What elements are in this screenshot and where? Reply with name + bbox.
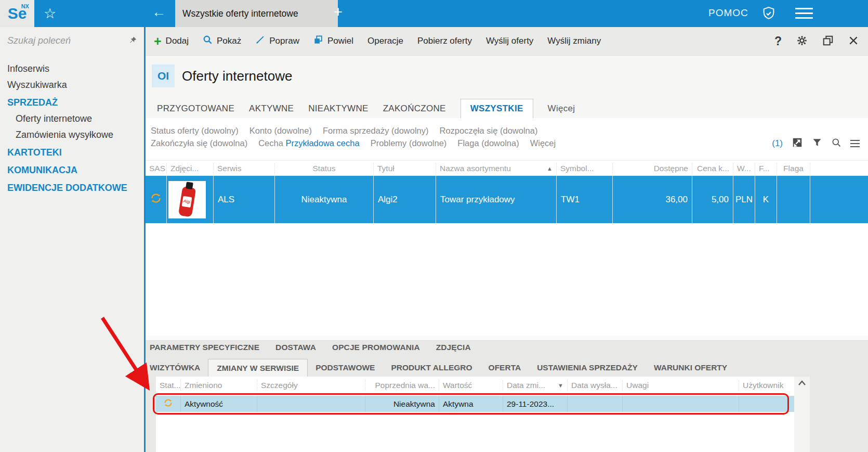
sidebar-item-wyszukiwarka[interactable]: Wyszukiwarka (0, 77, 144, 93)
col-serwis[interactable]: Serwis (214, 163, 275, 174)
duplicate-button[interactable]: Powiel (313, 35, 353, 47)
filter-cecha-value[interactable]: Przykładowa cecha (285, 138, 359, 148)
filter-flaga[interactable]: Flaga (dowolna) (457, 138, 519, 148)
send-offers-button[interactable]: Wyślij oferty (486, 36, 533, 46)
ccol-data-zmiany[interactable]: Data zmi...▼ (503, 380, 568, 391)
sidebar-item-oferty-internetowe[interactable]: Oferty internetowe (0, 111, 144, 127)
page-title: Oferty internetowe (182, 68, 292, 84)
col-flaga[interactable]: Flaga (777, 163, 810, 174)
tab-przygotowane[interactable]: PRZYGOTOWANE (157, 104, 234, 114)
sidebar-item-zamowienia-wysylkowe[interactable]: Zamówienia wysyłkowe (0, 127, 144, 143)
settings-gear-icon[interactable] (796, 35, 808, 48)
changes-grid-scrollbar[interactable] (794, 377, 810, 452)
new-tab-icon[interactable]: + (334, 4, 343, 21)
dtab-dostawa[interactable]: DOSTAWA (275, 343, 316, 352)
ccol-uwagi[interactable]: Uwagi (623, 380, 739, 391)
ccol-szczegoly[interactable]: Szczegóły (257, 380, 365, 391)
tab-aktywne[interactable]: AKTYWNE (249, 104, 294, 114)
command-search[interactable] (0, 27, 144, 55)
view-tabs: PRZYGOTOWANE AKTYWNE NIEAKTYWNE ZAKOŃCZO… (146, 99, 868, 118)
dtab-parametry-specyficzne[interactable]: PARAMETRY SPECYFICZNE (150, 343, 259, 352)
tab-zakonczone[interactable]: ZAKOŃCZONE (383, 104, 446, 114)
dtab-opcje-promowania[interactable]: OPCJE PROMOWANIA (332, 343, 420, 352)
offer-row-selected[interactable]: Algi ALS Nieaktywna Algi2 Towar przykład… (146, 176, 868, 223)
menu-icon[interactable] (795, 8, 813, 19)
sidebar-item-infoserwis[interactable]: Infoserwis (0, 61, 144, 77)
sidebar-section-ewidencje-dodatkowe[interactable]: EWIDENCJE DODATKOWE (0, 178, 144, 196)
sidebar-section-sprzedaz[interactable]: SPRZEDAŻ (0, 93, 144, 111)
help-icon[interactable]: ? (774, 34, 782, 48)
tab-wszystkie[interactable]: WSZYSTKIE (461, 99, 533, 118)
filter-cecha[interactable]: Cecha Przykładowa cecha (258, 138, 359, 148)
ccol-stat[interactable]: Stat... (156, 380, 181, 391)
col-tytul[interactable]: Tytuł (374, 163, 436, 174)
tab-nieaktywne[interactable]: NIEAKTYWNE (308, 104, 368, 114)
col-nazwa-asortymentu[interactable]: Nazwa asortymentu▲ (436, 163, 557, 174)
app-logo[interactable]: SeNX (0, 0, 34, 27)
edit-button[interactable]: Popraw (255, 35, 299, 47)
filter-rozpoczela[interactable]: Rozpoczęła się (dowolna) (440, 126, 538, 136)
dtab-ustawienia-sprzedazy[interactable]: USTAWIENIA SPRZEDAŻY (537, 363, 638, 372)
change-data-zmiany-cell: 29-11-2023... (503, 396, 568, 412)
dtab-produkt-allegro[interactable]: PRODUKT ALLEGRO (391, 363, 472, 372)
filter-more[interactable]: Więcej (530, 138, 556, 148)
star-icon[interactable]: ☆ (44, 5, 56, 22)
dtab-zdjecia[interactable]: ZDJĘCIA (436, 343, 471, 352)
filter-status[interactable]: Status oferty (dowolny) (151, 126, 239, 136)
detail-panel: PARAMETRY SPECYFICZNE DOSTAWA OPCJE PROM… (146, 335, 868, 452)
sort-asc-icon: ▲ (547, 165, 553, 172)
dtab-warunki-oferty[interactable]: WARUNKI OFERTY (654, 363, 727, 372)
panel-splitter[interactable] (146, 335, 868, 341)
grid-menu-icon[interactable] (850, 140, 860, 147)
shield-check-icon[interactable] (761, 6, 777, 23)
ccol-data-wyslania[interactable]: Data wysła... (568, 380, 623, 391)
col-dostepne[interactable]: Dostępne (613, 163, 692, 174)
dtab-podstawowe[interactable]: PODSTAWOWE (315, 363, 375, 372)
export-icon[interactable] (792, 137, 803, 150)
help-menu[interactable]: POMOC (708, 7, 748, 19)
close-icon[interactable] (848, 35, 859, 48)
fetch-offers-button[interactable]: Pobierz oferty (417, 36, 472, 46)
dtab-wizytowka[interactable]: WIZYTÓWKA (150, 363, 200, 372)
filter-konto[interactable]: Konto (dowolne) (249, 126, 312, 136)
pin-icon[interactable] (128, 35, 138, 47)
filter-forma[interactable]: Forma sprzedaży (dowolny) (323, 126, 429, 136)
show-button[interactable]: Pokaż (203, 35, 241, 47)
filter-funnel-icon[interactable] (812, 137, 822, 150)
dtab-oferta[interactable]: OFERTA (489, 363, 521, 372)
detail-tabs-row2: WIZYTÓWKA ZMIANY W SERWISIE PODSTAWOWE P… (150, 359, 727, 377)
sidebar-section-komunikacja[interactable]: KOMUNIKACJA (0, 161, 144, 178)
scroll-up-icon[interactable] (798, 380, 806, 386)
offer-spare-cell (810, 176, 861, 223)
col-f[interactable]: F... (755, 163, 777, 174)
ccol-uzytkownik[interactable]: Użytkownik (739, 380, 794, 391)
tab-more[interactable]: Więcej (548, 104, 575, 114)
filter-zakonczyla[interactable]: Zakończyła się (dowolna) (151, 138, 247, 148)
change-stat-cell (156, 396, 181, 412)
add-button[interactable]: + Dodaj (154, 35, 189, 48)
col-sas[interactable]: SAS (146, 163, 167, 174)
col-symbol[interactable]: Symbol... (557, 163, 613, 174)
col-status[interactable]: Status (275, 163, 374, 174)
search-input[interactable] (6, 35, 120, 47)
sidebar-section-kartoteki[interactable]: KARTOTEKI (0, 143, 144, 161)
offer-serwis-cell: ALS (214, 176, 275, 223)
operations-button[interactable]: Operacje (367, 36, 403, 46)
change-uwagi-cell (623, 396, 739, 412)
filter-problemy[interactable]: Problemy (dowolne) (371, 138, 447, 148)
send-changes-button[interactable]: Wyślij zmiany (547, 36, 601, 46)
grid-search-icon[interactable] (831, 137, 841, 150)
change-row-highlighted[interactable]: Aktywność Nieaktywna Aktywna 29-11-2023.… (156, 396, 794, 412)
back-arrow-icon[interactable]: ← (152, 4, 166, 20)
detail-tabs-row1: PARAMETRY SPECYFICZNE DOSTAWA OPCJE PROM… (150, 343, 471, 352)
ccol-poprzednia[interactable]: Poprzednia wa... (365, 380, 439, 391)
document-tab[interactable]: Wszystkie oferty internetowe (175, 0, 338, 27)
ccol-wartosc[interactable]: Wartość (439, 380, 503, 391)
col-zdjecia[interactable]: Zdjęci... (167, 163, 214, 174)
dtab-zmiany-w-serwisie[interactable]: ZMIANY W SERWISIE (208, 359, 308, 377)
cascade-windows-icon[interactable] (822, 35, 834, 48)
ccol-zmieniono[interactable]: Zmieniono (181, 380, 257, 391)
col-cena[interactable]: Cena k... (692, 163, 733, 174)
toolbar: + Dodaj Pokaż Popraw Powiel Operacje Pob… (146, 27, 868, 56)
col-waluta[interactable]: W... (733, 163, 755, 174)
